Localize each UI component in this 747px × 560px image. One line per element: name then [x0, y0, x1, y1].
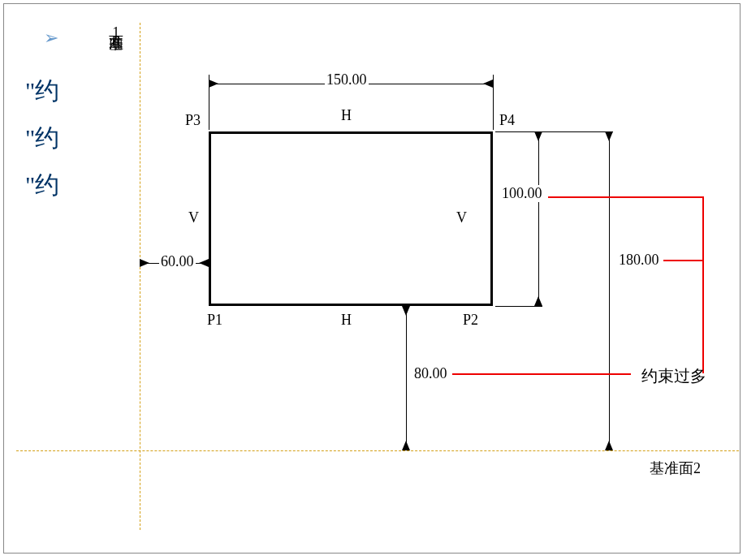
arrow-oy-top-icon — [402, 306, 410, 316]
side-text-2: "约 — [25, 122, 59, 155]
label-p3: P3 — [185, 112, 201, 129]
edge-right-v: V — [456, 209, 467, 226]
edge-left-v: V — [188, 209, 199, 226]
arrow-full-bot-icon — [605, 441, 613, 450]
ext-line-width-l — [209, 75, 209, 130]
ext-line-full-top — [495, 131, 613, 132]
red-line-mid — [663, 260, 702, 261]
side-text-3: "约 — [25, 169, 59, 202]
dim-line-full — [609, 131, 610, 450]
arrow-ox-right-icon — [199, 259, 209, 267]
red-line-vert — [702, 196, 704, 373]
arrow-ox-left-icon — [140, 259, 149, 267]
overconstraint-label: 约束过多 — [641, 365, 706, 387]
datum-label-2: 基准面2 — [650, 461, 701, 477]
dim-width-text: 150.00 — [325, 71, 369, 88]
dim-line-oy — [406, 306, 407, 450]
red-line-80 — [452, 373, 631, 375]
arrow-full-top-icon — [605, 131, 613, 141]
arrow-width-left-icon — [209, 80, 218, 88]
dim-line-height — [538, 131, 539, 306]
label-p1: P1 — [207, 312, 222, 329]
ext-line-h-bot — [495, 306, 542, 307]
dim-oy-text: 80.00 — [412, 365, 449, 382]
main-rectangle — [209, 131, 493, 306]
red-line-top — [548, 196, 702, 198]
datum-label-1: 基准面1 — [107, 24, 123, 41]
label-p4: P4 — [499, 112, 515, 129]
label-p2: P2 — [463, 312, 478, 329]
side-text-1: "约 — [25, 75, 59, 108]
arrow-width-right-icon — [483, 80, 493, 88]
arrow-height-top-icon — [534, 131, 542, 141]
arrow-oy-bot-icon — [402, 441, 410, 450]
bullet-icon: ➢ — [44, 28, 58, 49]
edge-top-h: H — [341, 107, 352, 124]
datum-line-1 — [140, 23, 140, 530]
dim-full-text: 180.00 — [617, 252, 661, 269]
arrow-height-bot-icon — [534, 296, 542, 306]
diagram-canvas: ➢ "约 "约 "约 基准面1 基准面2 P1 P2 P3 P4 H H V V… — [0, 0, 747, 560]
dim-ox-text: 60.00 — [159, 253, 196, 270]
dim-height-text: 100.00 — [500, 185, 544, 202]
edge-bottom-h: H — [341, 312, 352, 329]
ext-line-width-r — [493, 75, 494, 130]
datum-line-2 — [16, 450, 739, 451]
